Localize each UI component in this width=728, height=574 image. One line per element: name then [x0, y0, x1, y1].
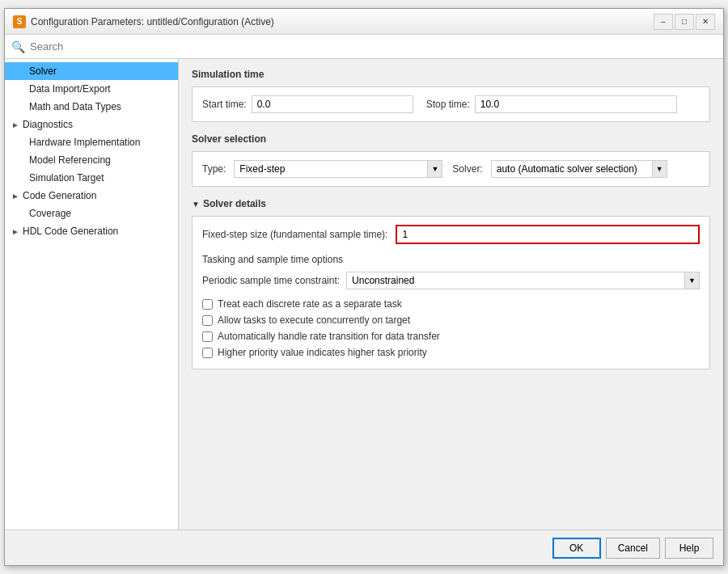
checkbox-auto-handle: Automatically handle rate transition for…	[202, 328, 700, 344]
type-label: Type:	[202, 163, 226, 175]
window-title: Configuration Parameters: untitled/Confi…	[31, 16, 274, 27]
checkbox-auto-handle-label: Automatically handle rate transition for…	[218, 331, 440, 342]
periodic-row: Periodic sample time constraint: Unconst…	[202, 272, 700, 289]
sidebar-item-coverage[interactable]: Coverage	[5, 205, 178, 222]
sidebar-item-code-generation[interactable]: ► Code Generation	[5, 187, 178, 205]
spacer	[18, 156, 26, 165]
close-button[interactable]: ✕	[696, 14, 715, 30]
periodic-label: Periodic sample time constraint:	[202, 275, 340, 286]
solver-details-title: Solver details	[203, 198, 266, 209]
solver-name-label: Solver:	[452, 163, 482, 175]
main-content: Solver Data Import/Export Math and Data …	[5, 59, 723, 530]
stop-time-label: Stop time:	[426, 99, 470, 110]
sidebar-item-label: Math and Data Types	[29, 101, 121, 112]
maximize-button[interactable]: □	[675, 14, 694, 30]
solver-selection-title: Solver selection	[192, 133, 710, 145]
sidebar: Solver Data Import/Export Math and Data …	[5, 59, 179, 530]
simulation-time-title: Simulation time	[192, 69, 710, 80]
simulation-time-section: Simulation time Start time: Stop time:	[192, 69, 710, 122]
title-bar: S Configuration Parameters: untitled/Con…	[5, 9, 723, 35]
right-panel: Simulation time Start time: Stop time:	[179, 59, 723, 530]
sidebar-item-label: Model Referencing	[29, 154, 111, 166]
sidebar-item-label: HDL Code Generation	[23, 226, 118, 237]
checkbox-higher-priority-label: Higher priority value indicates higher t…	[218, 347, 427, 358]
sidebar-item-label: Data Import/Export	[29, 83, 111, 95]
main-window: S Configuration Parameters: untitled/Con…	[4, 8, 724, 566]
title-bar-controls: – □ ✕	[654, 14, 715, 30]
spacer	[18, 209, 26, 218]
sidebar-item-label: Hardware Implementation	[29, 137, 140, 148]
fixed-step-input[interactable]	[396, 225, 700, 244]
sidebar-item-diagnostics[interactable]: ► Diagnostics	[5, 116, 178, 133]
type-row: Type: Fixed-step ▼	[202, 160, 442, 178]
spacer	[18, 138, 26, 147]
collapse-arrow-icon[interactable]: ▼	[192, 200, 200, 209]
solver-row: Type: Fixed-step ▼ Solver: auto (Automat…	[202, 160, 700, 178]
checkbox-treat-discrete-input[interactable]	[202, 299, 213, 310]
minimize-button[interactable]: –	[654, 14, 673, 30]
tasking-title: Tasking and sample time options	[202, 254, 700, 265]
sidebar-item-hdl-code-generation[interactable]: ► HDL Code Generation	[5, 222, 178, 240]
sidebar-item-solver[interactable]: Solver	[5, 62, 178, 80]
checkbox-allow-tasks: Allow tasks to execute concurrently on t…	[202, 312, 700, 328]
solver-details-box: Fixed-step size (fundamental sample time…	[192, 216, 710, 369]
sidebar-item-label: Diagnostics	[23, 119, 73, 130]
solver-details-header: ▼ Solver details	[192, 198, 710, 209]
spacer	[18, 103, 26, 112]
checkbox-auto-handle-input[interactable]	[202, 331, 213, 342]
solver-details-section: ▼ Solver details Fixed-step size (fundam…	[192, 198, 710, 369]
sidebar-item-math-data-types[interactable]: Math and Data Types	[5, 98, 178, 116]
spacer	[18, 85, 26, 94]
solver-name-row: Solver: auto (Automatic solver selection…	[452, 160, 667, 178]
solver-select-wrapper: auto (Automatic solver selection) ▼	[491, 160, 667, 178]
stop-time-input[interactable]	[475, 95, 677, 113]
start-time-group: Start time:	[202, 95, 413, 113]
sidebar-item-label: Code Generation	[23, 190, 96, 201]
solver-select-display[interactable]: auto (Automatic solver selection)	[491, 160, 653, 178]
sidebar-item-label: Coverage	[29, 208, 71, 219]
sidebar-item-simulation-target[interactable]: Simulation Target	[5, 169, 178, 187]
type-select-wrapper: Fixed-step ▼	[234, 160, 442, 178]
help-button[interactable]: Help	[665, 538, 713, 559]
checkbox-higher-priority-input[interactable]	[202, 348, 213, 358]
ok-button[interactable]: OK	[552, 538, 601, 559]
solver-selection-section: Solver selection Type: Fixed-step ▼ Solv…	[192, 133, 710, 187]
sidebar-item-label: Solver	[29, 65, 57, 77]
type-dropdown-button[interactable]: ▼	[428, 160, 442, 178]
fixed-step-label: Fixed-step size (fundamental sample time…	[202, 229, 387, 240]
title-bar-left: S Configuration Parameters: untitled/Con…	[13, 15, 274, 28]
solver-selection-box: Type: Fixed-step ▼ Solver: auto (Automat…	[192, 151, 710, 187]
type-select-display[interactable]: Fixed-step	[234, 160, 428, 178]
cancel-button[interactable]: Cancel	[606, 538, 660, 559]
start-time-input[interactable]	[252, 95, 413, 113]
spacer	[18, 174, 26, 183]
expand-arrow-icon: ►	[11, 192, 19, 200]
simulation-time-box: Start time: Stop time:	[192, 87, 710, 122]
solver-spacer	[18, 67, 26, 76]
sidebar-item-model-referencing[interactable]: Model Referencing	[5, 151, 178, 169]
periodic-select-wrapper: Unconstrained ▼	[346, 272, 700, 289]
search-icon: 🔍	[11, 40, 25, 53]
fixed-step-row: Fixed-step size (fundamental sample time…	[202, 225, 700, 244]
tasking-section: Tasking and sample time options Periodic…	[202, 254, 700, 361]
stop-time-group: Stop time:	[426, 95, 677, 113]
periodic-dropdown-button[interactable]: ▼	[685, 272, 700, 289]
solver-dropdown-button[interactable]: ▼	[653, 160, 667, 178]
sidebar-item-label: Simulation Target	[29, 172, 104, 184]
bottom-bar: OK Cancel Help	[5, 530, 723, 565]
checkbox-treat-discrete-label: Treat each discrete rate as a separate t…	[218, 298, 402, 310]
expand-arrow-icon: ►	[11, 120, 19, 129]
sidebar-item-hardware-implementation[interactable]: Hardware Implementation	[5, 133, 178, 151]
checkbox-higher-priority: Higher priority value indicates higher t…	[202, 344, 700, 361]
checkbox-allow-tasks-input[interactable]	[202, 315, 213, 326]
app-icon: S	[13, 15, 26, 28]
start-time-label: Start time:	[202, 99, 247, 110]
expand-arrow-icon: ►	[11, 227, 19, 236]
search-bar: 🔍	[5, 35, 723, 59]
checkbox-allow-tasks-label: Allow tasks to execute concurrently on t…	[218, 314, 410, 326]
time-row: Start time: Stop time:	[202, 95, 700, 113]
sidebar-item-data-import-export[interactable]: Data Import/Export	[5, 80, 178, 98]
search-input[interactable]	[30, 40, 192, 53]
checkbox-treat-discrete: Treat each discrete rate as a separate t…	[202, 296, 700, 312]
periodic-select-display[interactable]: Unconstrained	[346, 272, 685, 289]
